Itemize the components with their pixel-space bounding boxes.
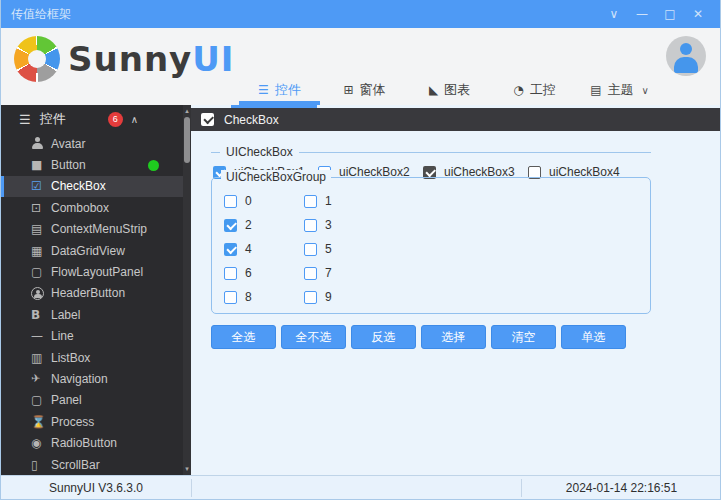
sidebar-item-avatar[interactable]: Avatar <box>1 133 183 154</box>
avatar-person-icon-body <box>674 57 698 73</box>
list-icon: ☰ <box>19 112 31 127</box>
close-button[interactable]: ✕ <box>686 3 710 25</box>
checked-checkbox-icon <box>201 113 214 126</box>
nav-tab-label: 工控 <box>530 81 556 99</box>
sidebar-item-button[interactable]: ■Button <box>1 154 183 175</box>
checkbox-label: 2 <box>245 218 252 232</box>
paper-plane-icon: ✈ <box>31 372 49 385</box>
sidebar-item-label[interactable]: BLabel <box>1 304 183 325</box>
logo-text-secondary: UI <box>192 39 234 79</box>
avatar-person-icon <box>31 137 49 150</box>
checkbox-box <box>304 291 317 304</box>
line-dash-icon: — <box>31 329 49 343</box>
divider-line <box>211 152 220 153</box>
checkbox-box <box>224 219 237 232</box>
clear-button[interactable]: 清空 <box>491 325 556 349</box>
sidebar-item-process[interactable]: ⌛Process <box>1 411 183 432</box>
sidebar-scrollbar[interactable]: ▴ ▾ <box>183 105 191 475</box>
maximize-button[interactable]: □ <box>658 3 682 25</box>
area-chart-icon: ◣ <box>429 83 438 97</box>
list-box-icon: ▥ <box>31 351 49 365</box>
sidebar-item-label: Button <box>51 158 86 172</box>
sidebar-item-panel[interactable]: ▢Panel <box>1 390 183 411</box>
sidebar-item-combobox[interactable]: ⊡Combobox <box>1 197 183 218</box>
checkbox-0[interactable]: 0 <box>224 194 304 208</box>
nav-tab-charts[interactable]: ◣图表 <box>407 75 492 105</box>
statusbar-datetime: 2024-01-14 22:16:51 <box>521 476 721 500</box>
avatar-person-icon <box>680 43 692 55</box>
chevron-up-icon[interactable]: ∧ <box>131 114 138 125</box>
nav-tab-industrial[interactable]: ◔工控 <box>492 75 577 105</box>
checkbox-label: 0 <box>245 194 252 208</box>
sidebar-item-flowlayoutpanel[interactable]: ▢FlowLayoutPanel <box>1 261 183 282</box>
select-button[interactable]: 选择 <box>421 325 486 349</box>
sidebar-item-navigation[interactable]: ✈Navigation <box>1 368 183 389</box>
sunnyui-color-wheel-icon <box>14 36 60 82</box>
sidebar-item-label: Combobox <box>51 201 109 215</box>
checkbox-7[interactable]: 7 <box>304 266 384 280</box>
sidebar-item-contextmenustrip[interactable]: ▤ContextMenuStrip <box>1 219 183 240</box>
nav-tab-forms[interactable]: ⊞窗体 <box>322 75 407 105</box>
nav-tab-label: 窗体 <box>360 81 386 99</box>
sidebar-item-label: HeaderButton <box>51 286 125 300</box>
hourglass-icon: ⌛ <box>31 415 49 429</box>
app-logo: SunnyUI <box>14 36 235 82</box>
sidebar-item-label: ContextMenuStrip <box>51 222 147 236</box>
sidebar-item-datagridview[interactable]: ▦DataGridView <box>1 240 183 261</box>
scroll-up-icon[interactable]: ▴ <box>183 106 191 116</box>
checkbox-6[interactable]: 6 <box>224 266 304 280</box>
dropdown-icon: ∨ <box>610 7 619 21</box>
statusbar-version: SunnyUI V3.6.3.0 <box>1 476 191 500</box>
checkbox-1[interactable]: 1 <box>304 194 384 208</box>
select-none-button[interactable]: 全不选 <box>281 325 346 349</box>
nav-tab-controls[interactable]: ☰控件 <box>237 75 322 105</box>
sidebar-item-scrollbar[interactable]: ▯ScrollBar <box>1 454 183 475</box>
uicheckbox-section-label: UICheckBox <box>226 145 293 159</box>
sidebar-item-radiobutton[interactable]: ◉RadioButton <box>1 432 183 453</box>
sidebar-item-listbox[interactable]: ▥ListBox <box>1 347 183 368</box>
checkbox-label: 4 <box>245 242 252 256</box>
minimize-button[interactable]: — <box>630 3 654 25</box>
checkbox-4[interactable]: 4 <box>224 242 304 256</box>
checkbox-box <box>224 243 237 256</box>
statusbar: SunnyUI V3.6.3.0 2024-01-14 22:16:51 <box>1 475 720 500</box>
app-header: SunnyUI ☰控件⊞窗体◣图表◔工控▤主题∨ <box>1 28 720 105</box>
single-select-button[interactable]: 单选 <box>561 325 626 349</box>
logo-text-primary: Sunny <box>68 39 192 79</box>
divider-line <box>299 152 651 153</box>
uicheckboxgroup-box: UICheckBoxGroup 0123456789 <box>211 177 651 314</box>
sidebar-item-label: ListBox <box>51 351 90 365</box>
checkbox-5[interactable]: 5 <box>304 242 384 256</box>
sidebar-item-headerbutton[interactable]: HeaderButton <box>1 283 183 304</box>
radio-icon: ◉ <box>31 436 49 450</box>
person-circle-icon <box>31 287 49 300</box>
uicheckbox-section-title: UICheckBox <box>211 145 651 159</box>
checkbox-2[interactable]: 2 <box>224 218 304 232</box>
sidebar-badge: 6 <box>108 112 123 127</box>
sidebar-item-label: Process <box>51 415 94 429</box>
checkbox-3[interactable]: 3 <box>304 218 384 232</box>
sidebar-item-checkbox[interactable]: ☑CheckBox <box>1 176 183 197</box>
sidebar-item-line[interactable]: —Line <box>1 326 183 347</box>
dropdown-button[interactable]: ∨ <box>602 3 626 25</box>
scrollbar-thumb[interactable] <box>184 117 190 163</box>
sidebar: ☰ 控件 6 ∧ Avatar■Button☑CheckBox⊡Combobox… <box>1 105 191 475</box>
scrollbar-rect-icon: ▯ <box>31 458 49 472</box>
scroll-down-icon[interactable]: ▾ <box>183 464 191 474</box>
nav-tab-theme[interactable]: ▤主题∨ <box>577 75 662 105</box>
invert-selection-button[interactable]: 反选 <box>351 325 416 349</box>
checkbox-8[interactable]: 8 <box>224 290 304 304</box>
sidebar-header[interactable]: ☰ 控件 6 ∧ <box>1 105 191 133</box>
main-content: CheckBox UICheckBox uiCheckBox1uiCheckBo… <box>191 105 721 475</box>
checkbox-9[interactable]: 9 <box>304 290 384 304</box>
checkbox-box <box>304 195 317 208</box>
flow-panel-icon: ▢ <box>31 265 49 279</box>
bold-b-icon: B <box>31 308 49 322</box>
select-all-button[interactable]: 全选 <box>211 325 276 349</box>
checkbox-icon: ☑ <box>31 179 49 193</box>
checkbox-box <box>304 243 317 256</box>
chevron-down-icon[interactable]: ∨ <box>642 85 649 96</box>
app-window: 传值给框架 ∨—□✕ SunnyUI ☰控件⊞窗体◣图表◔工控▤主题∨ ☰ 控件… <box>0 0 721 500</box>
user-avatar[interactable] <box>666 36 706 76</box>
sidebar-item-label: Panel <box>51 393 82 407</box>
